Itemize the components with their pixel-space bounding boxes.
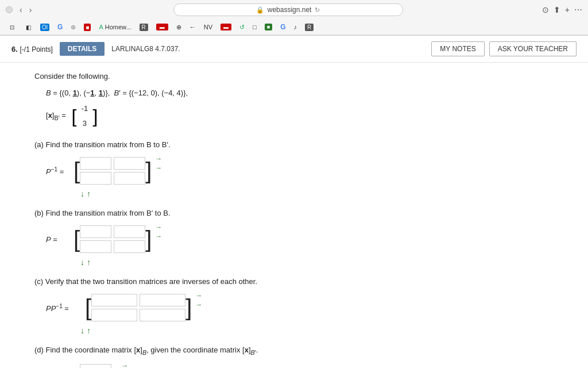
bookmark-item-bar[interactable]: ▬: [154, 22, 171, 32]
part-c-input-r2c1[interactable]: [91, 309, 137, 321]
question-id: LARLINALG8 4.7.037.: [111, 45, 180, 53]
part-b-add-row[interactable]: ↓: [80, 258, 84, 267]
part-c-input-r2c2[interactable]: [140, 309, 185, 321]
bookmark-item-note[interactable]: ♪: [292, 22, 300, 32]
bookmark-item-g2[interactable]: G: [278, 22, 288, 32]
details-button[interactable]: DETAILS: [60, 42, 105, 56]
browser-chrome: ‹ › 🔒 webassign.net ↻ ⊙ ⬆ + ⋯ ⊡ ◧ Ol: [0, 0, 588, 36]
header-right: MY NOTES ASK YOUR TEACHER: [431, 41, 577, 56]
part-b-row-2[interactable]: [80, 240, 145, 253]
part-d-row-1[interactable]: [80, 364, 111, 368]
url-text: webassign.net: [268, 6, 312, 14]
r-badge: R: [140, 24, 148, 31]
part-b-input-r1c2[interactable]: [114, 225, 145, 238]
part-a-input-r2c1[interactable]: [80, 172, 111, 185]
b-definition: B = {(0, 1), (−1, 1)}, B′ = {(−12, 0), (…: [46, 86, 554, 99]
note-icon: ♪: [294, 24, 297, 30]
part-d: (d) Find the coordinate matrix [x]B, giv…: [34, 346, 554, 368]
part-b-input-r2c2[interactable]: [114, 240, 145, 253]
part-b-arrow-right-2[interactable]: →: [154, 232, 163, 240]
bookmark-item-r[interactable]: R: [137, 22, 150, 32]
share-icon[interactable]: ⬆: [554, 5, 560, 14]
homew-icon: A: [99, 24, 103, 30]
nav-arrows[interactable]: ‹ ›: [17, 4, 34, 16]
part-c-row-2[interactable]: [91, 309, 185, 321]
part-b-arrow-right-1[interactable]: →: [154, 223, 163, 231]
bookmark-item-red[interactable]: ■: [82, 22, 93, 32]
refresh-icon[interactable]: ↻: [315, 6, 320, 14]
part-a-matrix: [ ] → →: [74, 155, 163, 187]
r2-badge: R: [305, 24, 314, 31]
part-b-matrix-label: P =: [46, 235, 69, 244]
part-b-input-r2c1[interactable]: [80, 240, 111, 253]
bookmark-item-sq[interactable]: □: [250, 22, 259, 32]
part-b-resize[interactable]: ↓ ↑: [80, 258, 554, 267]
part-c-input-r1c1[interactable]: [91, 294, 137, 306]
part-c-resize[interactable]: ↓ ↑: [80, 326, 554, 335]
part-b-row-1[interactable]: [80, 225, 145, 238]
part-c-arrow-right-1[interactable]: →: [194, 292, 203, 300]
bookmark-item-circle[interactable]: ⊕: [174, 22, 184, 32]
part-a-arrow-controls[interactable]: → →: [154, 155, 163, 187]
part-a-input-r1c2[interactable]: [114, 157, 145, 170]
bookmark-item[interactable]: ⊡: [6, 22, 18, 32]
part-a-label: (a) Find the transition matrix from B to…: [34, 140, 554, 149]
bookmark-item-ol[interactable]: Ol: [38, 22, 52, 32]
red-badge: ■: [84, 24, 91, 31]
part-d-input-r1c1[interactable]: [80, 364, 111, 368]
part-a-input-r2c2[interactable]: [114, 172, 145, 185]
matrix-cell-2: 3: [79, 117, 90, 130]
browser-actions[interactable]: ⊙ ⬆ + ⋯: [542, 5, 582, 14]
bookmark-item-arrow[interactable]: ←: [187, 22, 198, 32]
ol-badge: Ol: [40, 24, 49, 31]
part-a-row-1[interactable]: [80, 157, 145, 170]
my-notes-button[interactable]: MY NOTES: [431, 41, 484, 56]
part-a-arrow-right-2[interactable]: →: [154, 164, 163, 172]
bookmark-item-r2[interactable]: R: [303, 22, 316, 32]
new-tab-icon[interactable]: +: [565, 5, 570, 14]
bookmark-item-rotate[interactable]: ↺: [237, 22, 247, 32]
part-a-cells[interactable]: [80, 155, 145, 187]
part-d-input-row: [x]B = [ ] →: [46, 362, 554, 368]
bookmark-item-5[interactable]: ⊕: [68, 22, 78, 32]
nv-label: NV: [204, 24, 212, 30]
part-a-input-r1c1[interactable]: [80, 157, 111, 170]
bookmark-item-red2[interactable]: ▬: [218, 22, 234, 32]
part-c-add-col[interactable]: ↑: [87, 326, 91, 335]
part-d-cells[interactable]: [80, 362, 111, 368]
part-c-arrow-right-2[interactable]: →: [194, 301, 203, 309]
part-c-cells[interactable]: [91, 292, 185, 324]
user-icon[interactable]: ⊙: [542, 5, 549, 14]
part-a-arrow-right-1[interactable]: →: [154, 155, 163, 163]
part-c-add-row[interactable]: ↓: [80, 326, 84, 335]
part-c-arrow-controls[interactable]: → →: [194, 292, 203, 324]
address-bar[interactable]: 🔒 webassign.net ↻: [173, 3, 403, 16]
forward-button[interactable]: ›: [27, 4, 34, 16]
question-body: Consider the following. B = {(0, 1), (−1…: [0, 63, 588, 368]
part-c-input-r1c2[interactable]: [140, 294, 185, 306]
bookmark-item-homew[interactable]: A Homew...: [96, 22, 133, 32]
part-d-matrix: [ ] →: [74, 362, 129, 368]
g-icon: G: [57, 23, 63, 31]
part-a-add-col[interactable]: ↑: [87, 189, 91, 198]
more-icon[interactable]: ⋯: [574, 5, 582, 14]
bookmark-item-g[interactable]: G: [55, 22, 65, 32]
part-a: (a) Find the transition matrix from B to…: [34, 140, 554, 198]
part-b-add-col[interactable]: ↑: [87, 258, 91, 267]
ask-teacher-button[interactable]: ASK YOUR TEACHER: [489, 41, 577, 56]
bookmark-item-green[interactable]: ■: [262, 22, 274, 32]
part-b-input-r1c1[interactable]: [80, 225, 111, 238]
part-d-arrow-right-1[interactable]: →: [120, 362, 129, 368]
part-b-arrow-controls[interactable]: → →: [154, 223, 163, 255]
part-b-cells[interactable]: [80, 223, 145, 255]
part-c-row-1[interactable]: [91, 294, 185, 306]
xb-line: [x]B′ = [ -1 3 ]: [46, 102, 554, 130]
part-a-row-2[interactable]: [80, 172, 145, 185]
bookmark-item-nv[interactable]: NV: [202, 22, 215, 32]
matrix-cell-1: -1: [79, 102, 90, 115]
back-button[interactable]: ‹: [17, 4, 25, 16]
bookmark-item-2[interactable]: ◧: [22, 22, 34, 32]
part-d-arrow-controls[interactable]: →: [120, 362, 129, 368]
part-a-add-row[interactable]: ↓: [80, 189, 84, 198]
part-a-resize[interactable]: ↓ ↑: [80, 189, 554, 198]
